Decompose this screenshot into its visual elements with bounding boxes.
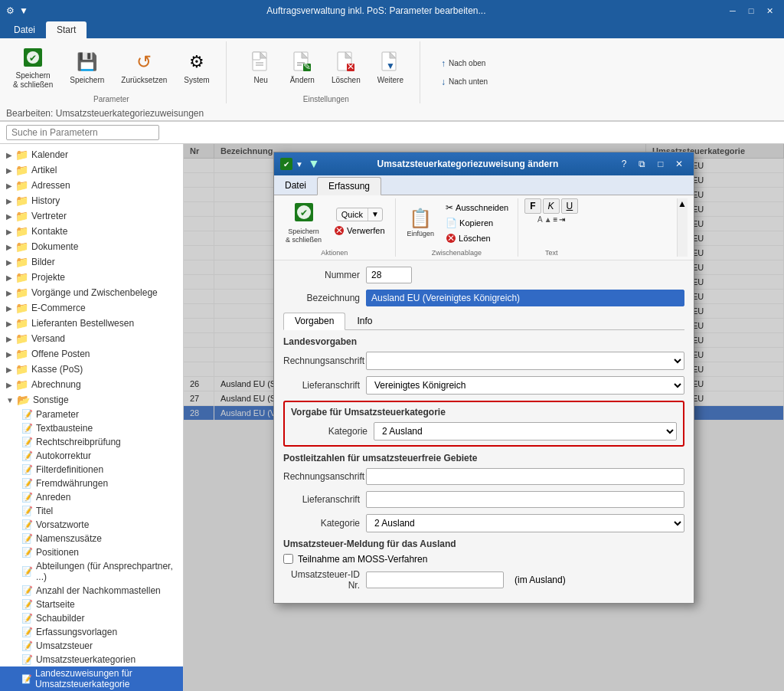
d-underline-button[interactable]: U <box>561 198 579 214</box>
change-button[interactable]: ✎ Ändern <box>283 46 322 89</box>
sidebar-item-anzahl[interactable]: 📝 Anzahl der Nachkommastellen <box>0 584 183 598</box>
d-paste-button[interactable]: 📋 Einfügen <box>402 205 440 241</box>
sidebar-item-rechtschreibpruefung[interactable]: 📝 Rechtschreibprüfung <box>0 435 183 449</box>
tab-start[interactable]: Start <box>46 21 87 38</box>
d-quick-main-button[interactable]: Quick <box>337 208 368 221</box>
sidebar-item-umsatzsteuerkategorien[interactable]: 📝 Umsatzsteuerkategorien <box>0 653 183 666</box>
delete-button[interactable]: ✕ Löschen <box>325 46 368 89</box>
sidebar-item-vertreter[interactable]: ▶ 📁 Vertreter <box>0 208 183 224</box>
nummer-input[interactable] <box>366 267 412 283</box>
sidebar-item-projekte[interactable]: ▶ 📁 Projekte <box>0 270 183 285</box>
d-copy-button[interactable]: 📄 Kopieren <box>443 216 511 230</box>
nav-down-button[interactable]: ↓ Nach unten <box>436 74 497 90</box>
plz-rechnungsanschrift-input[interactable] <box>366 468 684 485</box>
new-button[interactable]: Neu <box>242 46 280 89</box>
sidebar-item-schaubilder[interactable]: 📝 Schaubilder <box>0 611 183 625</box>
sidebar-item-versand[interactable]: ▶ 📁 Versand <box>0 331 183 346</box>
sidebar-item-kontakte[interactable]: ▶ 📁 Kontakte <box>0 224 183 239</box>
sidebar-item-abrechnung[interactable]: ▶ 📁 Abrechnung <box>0 377 183 392</box>
nav-up-button[interactable]: ↑ Nach oben <box>436 55 497 72</box>
sidebar-item-bilder[interactable]: ▶ 📁 Bilder <box>0 254 183 270</box>
d-verwerfen-icon: ✕ <box>334 225 345 236</box>
sidebar-item-lieferanten[interactable]: ▶ 📁 Lieferanten Bestellwesen <box>0 316 183 331</box>
group-label-parameter: Parameter <box>93 95 129 103</box>
dialog-tab-erfassung[interactable]: Erfassung <box>317 177 381 195</box>
d-color-indicator: A <box>537 215 543 224</box>
system-button[interactable]: ⚙ System <box>177 46 216 89</box>
sidebar-label: Dokumente <box>31 241 78 252</box>
sidebar-item-adressen[interactable]: ▶ 📁 Adressen <box>0 178 183 193</box>
dialog-close-button[interactable]: ✕ <box>671 157 688 171</box>
plz-lieferanschrift-input[interactable] <box>366 491 684 508</box>
sidebar-item-landeszuweisungen[interactable]: 📝 Landeszuweisungen für Umsatzsteuerkate… <box>0 666 183 691</box>
dialog-maximize-button[interactable]: □ <box>652 157 669 171</box>
sidebar-label: Kalender <box>31 149 68 160</box>
moss-checkbox[interactable] <box>283 554 293 564</box>
save-label: Speichern <box>70 76 104 85</box>
d-verwerfen-button[interactable]: ✕ Verwerfen <box>330 223 389 238</box>
plz-kategorie-select[interactable]: 2 Ausland <box>366 514 684 532</box>
more-button[interactable]: ▼ Weitere <box>371 46 410 89</box>
save-close-button[interactable]: ✔ Speichern& schließen <box>6 41 60 93</box>
sidebar-item-offene[interactable]: ▶ 📁 Offene Posten <box>0 346 183 362</box>
d-bold-button[interactable]: F <box>524 198 541 214</box>
sidebar-item-vorgaenge[interactable]: ▶ 📁 Vorgänge und Zwischenbelege <box>0 285 183 300</box>
reset-button[interactable]: ↺ Zurücksetzen <box>114 46 174 89</box>
sidebar-item-erfassungsvorlagen[interactable]: 📝 Erfassungsvorlagen <box>0 625 183 639</box>
dialog-help-button[interactable]: ? <box>616 157 632 171</box>
sidebar-item-history[interactable]: ▶ 📁 History <box>0 193 183 208</box>
sidebar-item-startseite[interactable]: 📝 Startseite <box>0 598 183 611</box>
sidebar-label: Projekte <box>31 272 65 283</box>
rechnungsanschrift-select[interactable] <box>366 352 684 370</box>
change-label: Ändern <box>290 76 315 85</box>
dialog-title-buttons: ? ⧉ □ ✕ <box>616 157 688 171</box>
umsatzsteuer-id-input[interactable] <box>366 571 504 588</box>
d-cut-button[interactable]: ✂ Ausschneiden <box>443 201 511 215</box>
lieferanschrift-select[interactable]: Vereinigtes Königreich <box>366 376 684 395</box>
sidebar-item-filterdefinitionen[interactable]: 📝 Filterdefinitionen <box>0 463 183 476</box>
dialog-overlay: ✔ ▼ ▼ Umsatzsteuerkategoriezuweisung änd… <box>184 144 784 691</box>
dialog-restore-button[interactable]: ⧉ <box>634 157 651 171</box>
sidebar-item-anreden[interactable]: 📝 Anreden <box>0 490 183 504</box>
sidebar-item-vorsatzworte[interactable]: 📝 Vorsatzworte <box>0 518 183 532</box>
reset-label: Zurücksetzen <box>121 76 167 85</box>
sidebar-item-namenszusaetze[interactable]: 📝 Namenszusätze <box>0 532 183 545</box>
ribbon-buttons-einstellungen: Neu ✎ Ändern <box>242 41 410 93</box>
sidebar-item-titel[interactable]: 📝 Titel <box>0 504 183 518</box>
sidebar-item-positionen[interactable]: 📝 Positionen <box>0 545 183 559</box>
sidebar-item-sonstige[interactable]: ▼ 📂 Sonstige <box>0 392 183 408</box>
sidebar-label: Abteilungen (für Ansprechpartner, ...) <box>36 561 177 582</box>
search-input[interactable] <box>6 125 159 140</box>
d-italic-button[interactable]: K <box>543 198 560 214</box>
d-save-close-button[interactable]: ✔ Speichern& schließen <box>280 198 327 247</box>
dialog-subtab-info[interactable]: Info <box>345 313 384 329</box>
sidebar-item-parameter[interactable]: 📝 Parameter <box>0 408 183 421</box>
sidebar-item-artikel[interactable]: ▶ 📁 Artikel <box>0 162 183 178</box>
tab-datei[interactable]: Datei <box>3 21 46 38</box>
bezeichnung-input[interactable] <box>366 290 684 306</box>
sidebar-item-umsatzsteuer[interactable]: 📝 Umsatzsteuer <box>0 639 183 653</box>
kategorie-select[interactable]: 2 Ausland <box>374 422 677 440</box>
sidebar-item-kasse[interactable]: ▶ 📁 Kasse (PoS) <box>0 362 183 377</box>
sidebar-item-fremdwaehrungen[interactable]: 📝 Fremdwährungen <box>0 476 183 490</box>
sidebar-label: Erfassungsvorlagen <box>36 627 117 637</box>
dialog-title: Umsatzsteuerkategoriezuweisung ändern <box>377 159 559 169</box>
save-button[interactable]: 💾 Speichern <box>63 46 111 89</box>
maximize-button[interactable]: □ <box>743 4 760 18</box>
dialog-tab-datei[interactable]: Datei <box>274 177 317 195</box>
d-quick-arrow-button[interactable]: ▼ <box>368 208 382 221</box>
sidebar-item-textbausteine[interactable]: 📝 Textbausteine <box>0 421 183 435</box>
close-button[interactable]: ✕ <box>761 4 778 18</box>
sidebar-label: Filterdefinitionen <box>36 464 103 475</box>
plz-rechnungsanschrift-label: Rechnungsanschrift <box>283 471 360 482</box>
sidebar-item-abteilungen[interactable]: 📝 Abteilungen (für Ansprechpartner, ...) <box>0 559 183 584</box>
d-delete-button[interactable]: ✕ Löschen <box>443 231 511 245</box>
d-ribbon-scroll[interactable]: ▲ <box>677 198 688 257</box>
sidebar-item-dokumente[interactable]: ▶ 📁 Dokumente <box>0 239 183 254</box>
sidebar-item-ecommerce[interactable]: ▶ 📁 E-Commerce <box>0 300 183 316</box>
arrow-icon: ▶ <box>6 243 12 251</box>
dialog-subtab-vorgaben[interactable]: Vorgaben <box>283 313 345 330</box>
minimize-button[interactable]: ─ <box>724 4 741 18</box>
sidebar-item-autokorrektur[interactable]: 📝 Autokorrektur <box>0 449 183 463</box>
sidebar-item-kalender[interactable]: ▶ 📁 Kalender <box>0 147 183 162</box>
